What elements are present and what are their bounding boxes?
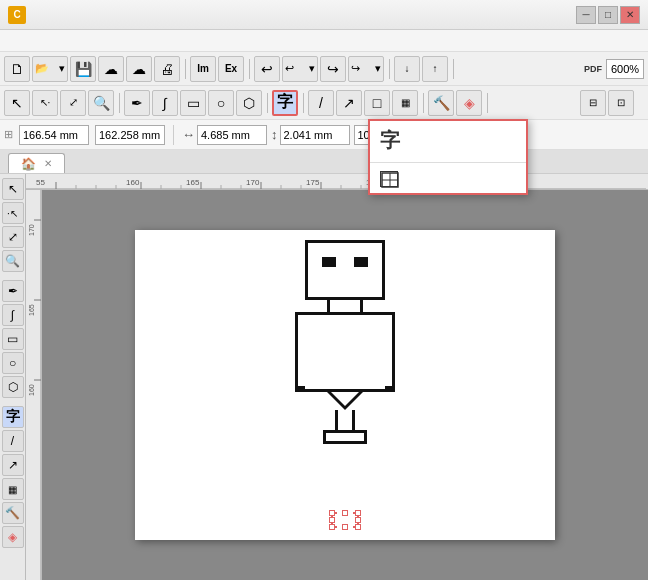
line-tool[interactable]: / [308,90,334,116]
text-tool[interactable]: 字 [272,90,298,116]
menu-bar [0,30,648,52]
app-icon: C [8,6,26,24]
y-input[interactable] [95,125,165,145]
polygon-tool[interactable]: ⬡ [236,90,262,116]
handle-tm[interactable] [342,510,348,516]
menu-layout[interactable] [52,39,68,43]
svg-text:160: 160 [126,178,140,187]
left-tool-12[interactable]: ↗ [2,454,24,476]
sep1 [182,57,188,81]
left-tool-3[interactable]: ⤢ [2,226,24,248]
rect-tool[interactable]: ▭ [180,90,206,116]
import2-btn[interactable]: ↓ [394,56,420,82]
zoom-input[interactable] [606,59,644,79]
left-toolbar: ↖ ·↖ ⤢ 🔍 ✒ ∫ ▭ ○ ⬡ 字 / ↗ ▦ 🔨 ◈ [0,174,26,580]
checkered-tool[interactable]: ▦ [392,90,418,116]
freeform-tool[interactable]: ⤢ [60,90,86,116]
sep8 [420,91,426,115]
active-tab[interactable]: 🏠 ✕ [8,153,65,173]
left-tool-14[interactable]: 🔨 [2,502,24,524]
left-text-tool[interactable]: 字 [2,406,24,428]
usb-body [295,312,395,392]
menu-file[interactable] [4,39,20,43]
object-icon: ⊞ [4,128,13,141]
tab-close-button[interactable]: ✕ [44,158,52,169]
sep9 [484,91,490,115]
h-input[interactable] [280,125,350,145]
handle-ml[interactable] [329,517,335,523]
export-btn[interactable]: Ex [218,56,244,82]
menu-bitmap[interactable] [100,39,116,43]
w-input[interactable] [197,125,267,145]
connector-tool[interactable]: ↗ [336,90,362,116]
minimize-button[interactable]: ─ [576,6,596,24]
menu-table[interactable] [132,39,148,43]
menu-effects[interactable] [84,39,100,43]
left-tool-2[interactable]: ·↖ [2,202,24,224]
import-btn[interactable]: Im [190,56,216,82]
table-item[interactable] [370,165,526,193]
align-tool[interactable]: ⊟ [580,90,606,116]
handle-br[interactable] [355,524,361,530]
bezier-tool[interactable]: ∫ [152,90,178,116]
window-controls: ─ □ ✕ [576,6,640,24]
redo-dropdown[interactable]: ↪▾ [348,56,384,82]
redo-btn[interactable]: ↪ [320,56,346,82]
handle-mr[interactable] [355,517,361,523]
maximize-button[interactable]: □ [598,6,618,24]
shadow-tool[interactable]: □ [364,90,390,116]
sep6 [264,91,270,115]
usb-text-selection[interactable] [331,512,359,528]
left-tool-7[interactable]: ▭ [2,328,24,350]
left-tool-4[interactable]: 🔍 [2,250,24,272]
undo-dropdown[interactable]: ↩▾ [282,56,318,82]
save-button[interactable]: 💾 [70,56,96,82]
left-tool-15[interactable]: ◈ [2,526,24,548]
add-tab-button[interactable] [69,157,87,173]
menu-edit[interactable] [20,39,36,43]
handle-bl[interactable] [329,524,335,530]
menu-text[interactable] [116,39,132,43]
print-btn[interactable]: 🖨 [154,56,180,82]
left-tool-8[interactable]: ○ [2,352,24,374]
usb-notch-right [385,375,395,389]
left-tool-13[interactable]: ▦ [2,478,24,500]
text-item[interactable]: 字 [370,121,526,160]
x-input[interactable] [19,125,89,145]
menu-tools[interactable] [148,39,164,43]
handle-bm[interactable] [342,524,348,530]
select-tool[interactable]: ↖ [4,90,30,116]
usb-arrow-section [327,392,363,410]
handle-tl[interactable] [329,510,335,516]
close-button[interactable]: ✕ [620,6,640,24]
svg-text:55: 55 [36,178,45,187]
standard-toolbar: 🗋 📂▾ 💾 ☁ ☁ 🖨 Im Ex ↩ ↩▾ ↪ ↪▾ ↓ ↑ PDF [0,52,648,86]
left-tool-1[interactable]: ↖ [2,178,24,200]
circle-tool[interactable]: ○ [208,90,234,116]
undo-btn[interactable]: ↩ [254,56,280,82]
cloud-btn1[interactable]: ☁ [98,56,124,82]
subselect-tool[interactable]: ↖· [32,90,58,116]
menu-view[interactable] [36,39,52,43]
main-area: ↖ ·↖ ⤢ 🔍 ✒ ∫ ▭ ○ ⬡ 字 / ↗ ▦ 🔨 ◈ 55 160 16… [0,174,648,580]
usb-drawing [295,240,395,444]
usb-connector-stem [335,410,355,430]
dropdown-divider [370,162,526,163]
zoom-tool[interactable]: 🔍 [88,90,114,116]
left-tool-11[interactable]: / [2,430,24,452]
new-button[interactable]: 🗋 [4,56,30,82]
hammer-tool[interactable]: 🔨 [428,90,454,116]
left-tool-5[interactable]: ✒ [2,280,24,302]
pen-tool[interactable]: ✒ [124,90,150,116]
open-dropdown[interactable]: 📂▾ [32,56,68,82]
menu-object[interactable] [68,39,84,43]
sep4 [450,57,456,81]
handle-tr[interactable] [355,510,361,516]
fill-tool[interactable]: ◈ [456,90,482,116]
left-tool-6[interactable]: ∫ [2,304,24,326]
cloud-btn2[interactable]: ☁ [126,56,152,82]
left-tool-9[interactable]: ⬡ [2,376,24,398]
export2-btn[interactable]: ↑ [422,56,448,82]
transform-tool[interactable]: ⊡ [608,90,634,116]
prop-sep1 [173,125,174,145]
